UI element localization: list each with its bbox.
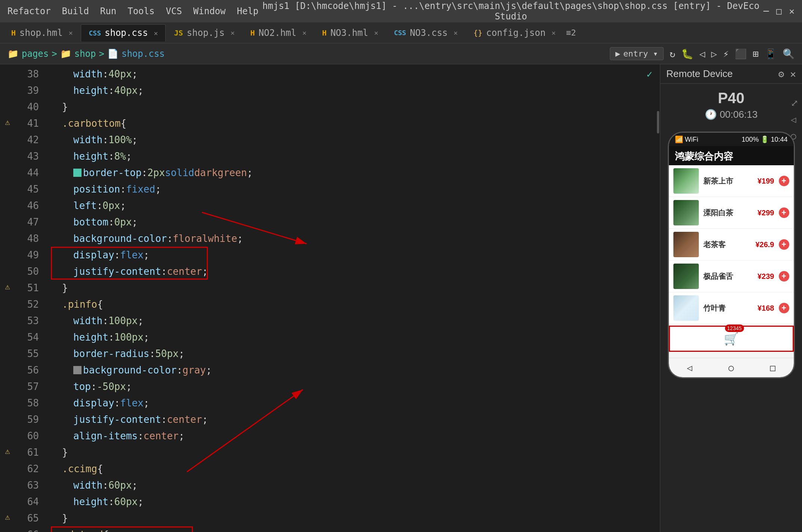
toolbar-left: 📁 pages > 📁 shop > 📄 shop.css — [7, 49, 165, 59]
toolbar-right: ▶ entry ▾ ↻ 🐛 ◁ ▷ ⚡ ⬛ ⊞ 📱 🔍 — [610, 47, 795, 60]
product-item-5[interactable]: 竹叶青 ¥168 + — [669, 292, 794, 324]
menu-refactor[interactable]: Refactor — [7, 6, 51, 16]
product-add-btn-1[interactable]: + — [779, 176, 789, 186]
gutter-56 — [0, 360, 15, 377]
gutter-55 — [0, 344, 15, 360]
close-tab-shop-hml[interactable]: ✕ — [69, 29, 73, 37]
ln-39: 39 — [15, 82, 39, 99]
code-container: ⚠ ⚠ ⚠ — [0, 64, 660, 532]
menu-build[interactable]: Build — [62, 6, 89, 16]
menu-vcs[interactable]: VCS — [166, 6, 182, 16]
breadcrumb-pages[interactable]: pages — [22, 49, 49, 59]
gutter-46 — [0, 196, 15, 212]
product-item-2[interactable]: 溧阳白茶 ¥299 + — [669, 197, 794, 229]
code-line-60: align-items: center; — [51, 428, 660, 444]
scrollbar[interactable] — [656, 64, 659, 532]
code-line-43: height: 8%; — [51, 148, 660, 164]
menu-window[interactable]: Window — [193, 6, 226, 16]
ln-64: 64 — [15, 493, 39, 510]
product-add-btn-4[interactable]: + — [779, 271, 789, 282]
product-thumb-2 — [673, 200, 699, 225]
close-tab-config-json[interactable]: ✕ — [551, 29, 556, 37]
ln-41: 41 — [15, 115, 39, 132]
cart-icon[interactable]: 🛒 — [724, 332, 739, 346]
recent-nav-button[interactable]: □ — [770, 363, 775, 373]
menu-bar[interactable]: Refactor Build Run Tools VCS Window Help — [7, 6, 258, 16]
search-button[interactable]: 🔍 — [783, 48, 795, 59]
close-tab-no2-hml[interactable]: ✕ — [302, 29, 307, 37]
remote-button[interactable]: 📱 — [765, 48, 777, 59]
code-line-52: .pinfo{ — [51, 296, 660, 313]
debug-button[interactable]: 🐛 — [681, 48, 693, 59]
ln-54: 54 — [15, 329, 39, 345]
close-tab-no3-css[interactable]: ✕ — [454, 29, 458, 37]
menu-tools[interactable]: Tools — [127, 6, 154, 16]
breadcrumb-file[interactable]: shop.css — [122, 49, 165, 59]
tab-more-button[interactable]: ≡2 — [566, 28, 576, 37]
product-add-btn-2[interactable]: + — [779, 207, 789, 218]
entry-dropdown[interactable]: ▶ entry ▾ — [610, 47, 664, 60]
arrow-left-icon[interactable]: ◁ — [791, 114, 798, 125]
cart-wrapper[interactable]: 🛒 12345 — [722, 329, 741, 348]
product-item-4[interactable]: 极品雀舌 ¥239 + — [669, 261, 794, 292]
window-controls[interactable]: ─ □ ✕ — [763, 6, 795, 16]
close-tab-shop-js[interactable]: ✕ — [231, 29, 235, 37]
scrollbar-thumb[interactable] — [657, 111, 659, 133]
back-button[interactable]: ◁ — [699, 48, 705, 59]
code-line-55: border-radius: 50px; — [51, 345, 660, 362]
breadcrumb-shop[interactable]: shop — [74, 49, 96, 59]
gutter-59 — [0, 410, 15, 426]
remote-device-panel: Remote Device ⚙ ✕ ⤢ ◁ ○ P40 🕐 00:06:13 📶… — [660, 64, 802, 532]
product-name-4: 极品雀舌 — [703, 271, 753, 282]
maximize-button[interactable]: □ — [776, 6, 781, 16]
close-tab-shop-css[interactable]: ✕ — [154, 29, 158, 37]
product-name-1: 新茶上市 — [703, 176, 753, 186]
product-name-2: 溧阳白茶 — [703, 208, 753, 218]
ln-46: 46 — [15, 197, 39, 214]
product-add-btn-3[interactable]: + — [779, 239, 789, 250]
minimize-button[interactable]: ─ — [763, 6, 769, 16]
gutter-49 — [0, 245, 15, 262]
editor-area[interactable]: ⚠ ⚠ ⚠ — [0, 64, 660, 532]
product-price-4: ¥239 — [758, 272, 774, 281]
tab-no3-hml[interactable]: H NO3.hml ✕ — [315, 24, 386, 41]
menu-help[interactable]: Help — [237, 6, 259, 16]
code-content[interactable]: width: 40px; ✓ height:40px; } .carbottom… — [45, 64, 660, 532]
tab-shop-js[interactable]: JS shop.js ✕ — [166, 24, 242, 41]
close-panel-icon[interactable]: ✕ — [790, 68, 796, 80]
menu-run[interactable]: Run — [100, 6, 116, 16]
settings-icon[interactable]: ⚙ — [778, 68, 784, 80]
close-tab-no3-hml[interactable]: ✕ — [374, 29, 378, 37]
ln-42: 42 — [15, 132, 39, 148]
maximize-panel-icon[interactable]: ⤢ — [791, 98, 798, 108]
tab-shop-hml[interactable]: H shop.hml ✕ — [4, 24, 80, 41]
refresh-button[interactable]: ↻ — [670, 48, 676, 59]
gutter-65: ⚠ — [0, 508, 15, 525]
close-button[interactable]: ✕ — [789, 6, 795, 16]
stop-button[interactable]: ⬛ — [735, 48, 747, 59]
color-swatch-56 — [73, 366, 82, 374]
layout-button[interactable]: ⊞ — [753, 48, 759, 59]
product-item-3[interactable]: 老茶客 ¥26.9 + — [669, 229, 794, 261]
ln-50: 50 — [15, 263, 39, 280]
product-item-1[interactable]: 新茶上市 ¥199 + — [669, 165, 794, 197]
tab-no2-hml[interactable]: H NO2.hml ✕ — [243, 24, 314, 41]
tab-shop-css[interactable]: CSS shop.css ✕ — [81, 24, 166, 41]
tab-bar: H shop.hml ✕ CSS shop.css ✕ JS shop.js ✕… — [0, 22, 802, 43]
ln-40: 40 — [15, 99, 39, 115]
forward-button[interactable]: ▷ — [711, 48, 717, 59]
toolbar: 📁 pages > 📁 shop > 📄 shop.css ▶ entry ▾ … — [0, 43, 802, 64]
back-nav-button[interactable]: ◁ — [687, 363, 692, 373]
ln-53: 53 — [15, 313, 39, 329]
cart-bar-highlighted[interactable]: 🛒 12345 — [669, 326, 794, 352]
deploy-button[interactable]: ⚡ — [723, 48, 729, 59]
gutter-52 — [0, 295, 15, 311]
product-price-5: ¥168 — [758, 304, 774, 313]
home-nav-button[interactable]: ○ — [728, 363, 734, 373]
tab-no3-css[interactable]: CSS NO3.css ✕ — [387, 24, 465, 41]
tab-icon-shop-hml: H — [11, 28, 16, 37]
product-add-btn-5[interactable]: + — [779, 303, 789, 313]
tab-config-json[interactable]: {} config.json ✕ — [466, 24, 563, 41]
tab-icon-no2-hml: H — [251, 28, 255, 37]
ln-38: 38 — [15, 66, 39, 82]
